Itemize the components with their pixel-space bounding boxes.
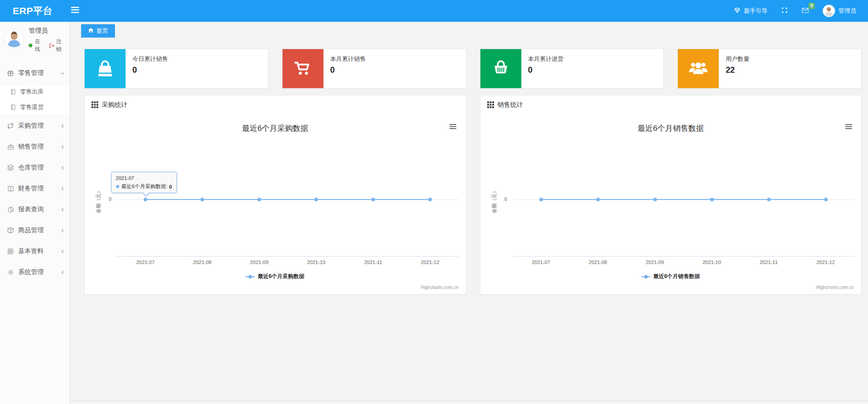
guide-label: 新手引导	[744, 7, 767, 15]
legend-label: 最近6个月采购数据	[257, 273, 304, 280]
content-footer-divider	[70, 401, 868, 404]
guide-button[interactable]: 新手引导	[734, 7, 767, 15]
layers-icon	[6, 164, 15, 171]
mail-icon	[802, 7, 809, 15]
sidebar-item-basic[interactable]: 基本资料	[0, 241, 70, 262]
username-label: 管理员	[838, 7, 856, 15]
highcharts-credit[interactable]: Highcharts.com.cn	[421, 285, 459, 290]
legend-label: 最近6个月销售数据	[653, 273, 700, 280]
line-series[interactable]	[144, 198, 432, 201]
sidebar-item-warehouse[interactable]: 仓库管理	[0, 157, 70, 178]
sidebar-item-label: 仓库管理	[18, 164, 60, 172]
data-point[interactable]	[824, 198, 828, 201]
sidebar-item-label: 财务管理	[18, 185, 60, 193]
x-axis-label: 2021-07	[520, 259, 561, 265]
sidebar-item-goods[interactable]: 商品管理	[0, 220, 70, 241]
stat-value: 0	[132, 65, 168, 75]
user-menu[interactable]: 管理员	[823, 5, 856, 17]
data-point[interactable]	[257, 198, 261, 201]
highcharts-credit[interactable]: Highcharts.com.cn	[816, 285, 854, 290]
line-series[interactable]	[539, 198, 828, 201]
chevron-down-icon	[60, 71, 65, 76]
stat-card: 本月累计进货0	[480, 49, 664, 89]
basket-icon	[480, 49, 521, 88]
users-icon	[678, 49, 719, 88]
chevron-left-icon	[60, 186, 65, 191]
messages-button[interactable]: 0	[802, 7, 809, 15]
data-point[interactable]	[539, 198, 543, 201]
doc-icon	[10, 89, 16, 95]
sidebar: 管理员 在线 注销 零售管理零售出库零售退货采购管理销售管理仓库管理财务管理报表…	[0, 22, 70, 404]
main-content: 首页 今日累计销售0本月累计销售0本月累计进货0用户数量22 采购统计 最近6个…	[70, 22, 868, 404]
x-axis-label: 2021-10	[691, 259, 732, 265]
purchase-stats-panel: 采购统计 最近6个月采购数据金额（元）02021-072021-082021-0…	[84, 95, 466, 294]
legend-item[interactable]: 最近6个月销售数据	[480, 273, 862, 280]
data-point[interactable]	[767, 198, 771, 201]
sidebar-item-label: 销售管理	[18, 143, 60, 151]
x-axis-label: 2021-08	[577, 259, 618, 265]
stats-row: 今日累计销售0本月累计销售0本月累计进货0用户数量22	[84, 49, 862, 89]
online-status-dot	[29, 44, 32, 47]
sidebar-subitem-retail-out[interactable]: 零售出库	[0, 84, 70, 100]
sidebar-subitem-retail-return[interactable]: 零售退货	[0, 100, 70, 115]
user-name: 管理员	[29, 27, 66, 35]
chevron-left-icon	[60, 270, 65, 275]
sidebar-item-label: 采购管理	[18, 122, 60, 130]
data-point[interactable]	[314, 198, 318, 201]
data-point[interactable]	[428, 198, 432, 201]
x-axis-label: 2021-12	[409, 259, 450, 265]
chevron-left-icon	[60, 124, 65, 129]
x-axis-label: 2021-09	[239, 259, 280, 265]
user-panel: 管理员 在线 注销	[0, 22, 70, 59]
sidebar-item-finance[interactable]: 财务管理	[0, 178, 70, 199]
data-point[interactable]	[710, 198, 714, 201]
stat-value: 22	[726, 65, 749, 75]
sidebar-item-label: 报表查询	[18, 205, 60, 214]
sidebar-item-sales[interactable]: 销售管理	[0, 136, 70, 157]
data-point[interactable]	[653, 198, 656, 201]
sidebar-item-report[interactable]: 报表查询	[0, 199, 70, 220]
tooltip-category: 2021-07	[116, 175, 172, 181]
purchase-chart: 最近6个月采购数据金额（元）02021-072021-082021-092021…	[85, 114, 466, 294]
chart-plot	[480, 114, 862, 269]
tab-home[interactable]: 首页	[81, 24, 115, 38]
sales-stats-panel: 销售统计 最近6个月销售数据金额（元）02021-072021-082021-0…	[480, 95, 862, 294]
sidebar-item-purchase[interactable]: 采购管理	[0, 115, 70, 136]
top-navbar: ERP平台 新手引导 0 管理员	[0, 0, 868, 22]
stat-card: 今日累计销售0	[84, 49, 268, 89]
gem-icon	[734, 7, 741, 15]
sidebar-menu: 零售管理零售出库零售退货采购管理销售管理仓库管理财务管理报表查询商品管理基本资料…	[0, 63, 70, 283]
tab-home-label: 首页	[96, 27, 108, 35]
doc-icon	[10, 104, 16, 110]
logout-label: 注销	[56, 38, 66, 53]
message-count-badge: 0	[808, 3, 815, 9]
charts-row: 采购统计 最近6个月采购数据金额（元）02021-072021-082021-0…	[84, 95, 862, 294]
briefcase-icon	[6, 144, 15, 150]
data-point[interactable]	[201, 198, 204, 201]
chevron-left-icon	[60, 228, 65, 233]
sidebar-item-system[interactable]: 系统管理	[0, 262, 70, 283]
stat-value: 0	[330, 65, 366, 75]
bag-icon	[85, 49, 126, 88]
hamburger-icon	[71, 7, 79, 15]
submenu-retail: 零售出库零售退货	[0, 84, 70, 115]
th-grid-icon	[91, 101, 98, 108]
data-point[interactable]	[371, 198, 375, 201]
data-point[interactable]	[596, 198, 600, 201]
sidebar-item-label: 系统管理	[18, 268, 60, 276]
sidebar-item-retail[interactable]: 零售管理	[0, 63, 70, 84]
logout-button[interactable]: 注销	[49, 38, 66, 53]
stat-card: 本月累计销售0	[282, 49, 466, 89]
book-icon	[6, 185, 15, 192]
legend-item[interactable]: 最近6个月采购数据	[85, 273, 466, 280]
sidebar-toggle-button[interactable]	[71, 7, 79, 15]
stat-card: 用户数量22	[677, 49, 862, 89]
data-point[interactable]	[144, 198, 147, 201]
sidebar-item-label: 零售管理	[18, 69, 60, 77]
tooltip-value: 0	[169, 184, 172, 190]
x-axis-label: 2021-08	[182, 259, 223, 265]
app-logo: ERP平台	[13, 5, 53, 17]
x-axis-label: 2021-11	[353, 259, 394, 265]
box-icon	[6, 227, 15, 234]
fullscreen-button[interactable]	[781, 7, 788, 15]
